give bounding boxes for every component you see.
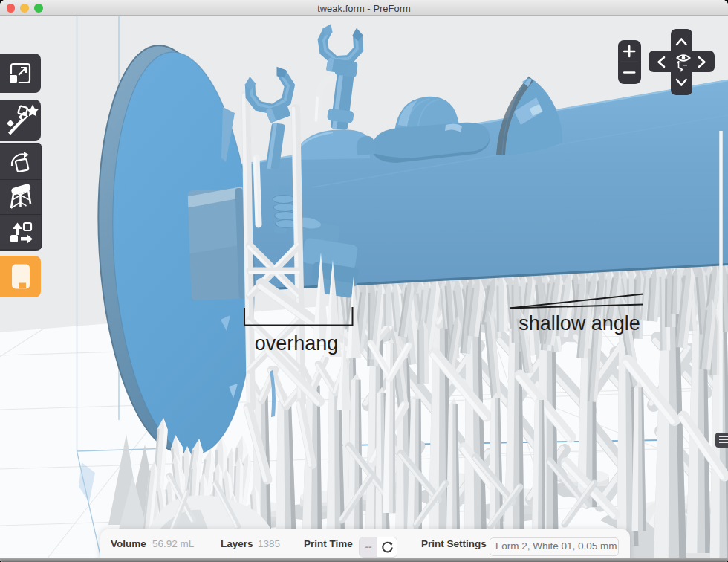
svg-text:overhang: overhang — [255, 332, 339, 355]
svg-text:shallow angle: shallow angle — [519, 312, 640, 335]
